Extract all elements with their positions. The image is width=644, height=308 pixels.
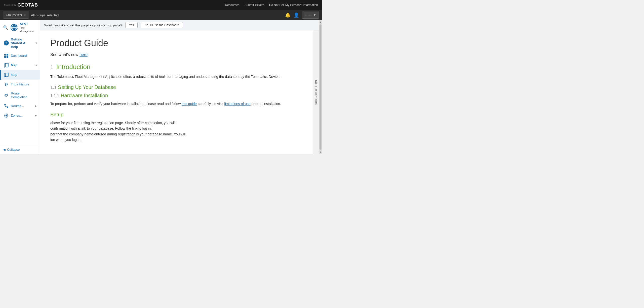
doc-hardware-number: 1.1.1 <box>50 94 59 98</box>
svg-rect-7 <box>7 56 8 58</box>
svg-point-15 <box>6 83 7 84</box>
map-label: Map <box>11 73 37 77</box>
sidebar-item-zones[interactable]: Zones... ▶ Zones Import Zones Zone Visit… <box>0 111 40 120</box>
zones-icon <box>4 113 9 118</box>
svg-point-18 <box>4 104 6 106</box>
groups-filter-button[interactable]: Groups filter ▼ <box>3 12 29 19</box>
sidebar-item-routes[interactable]: Routes... ▶ <box>0 101 40 111</box>
doc-hardware-title: Hardware Installation <box>61 93 108 98</box>
yes-button[interactable]: Yes <box>125 22 138 28</box>
zones-label: Zones... <box>11 114 33 117</box>
svg-point-17 <box>5 95 6 96</box>
svg-point-21 <box>6 115 7 116</box>
doc-setup2-text2: confirmation with a link to your databas… <box>50 126 152 130</box>
sidebar-collapse-button[interactable]: ◀ Collapse <box>0 145 40 154</box>
username-text: ········ <box>305 13 312 17</box>
doc-subtitle-text: See what's new <box>50 53 78 57</box>
collapse-arrow-icon: ◀ <box>3 148 6 151</box>
all-groups-text: All groups selected <box>31 13 59 17</box>
dashboard-icon <box>4 53 9 58</box>
svg-rect-6 <box>4 56 6 58</box>
notification-icon[interactable]: 🔔 <box>285 12 291 18</box>
doc-intro-heading: 1 Introduction <box>50 63 309 71</box>
routes-arrow-icon: ▶ <box>35 105 37 107</box>
do-not-sell-link[interactable]: Do Not Sell My Personal Information <box>269 3 318 7</box>
map-section-icon <box>4 63 9 68</box>
route-completion-label: Route Completion <box>11 91 37 99</box>
toc-bar[interactable]: Table of contents <box>313 30 319 154</box>
collapse-label: Collapse <box>7 148 20 151</box>
sidebar-item-getting-started[interactable]: ? Getting Started & Help ∨ <box>0 35 40 51</box>
sidebar-item-dashboard[interactable]: Dashboard <box>0 51 40 61</box>
doc-setup2-body: abase for your fleet using the registrat… <box>50 120 309 143</box>
limitations-link[interactable]: limitations of use <box>224 102 251 106</box>
doc-hardware-heading: 1.1.1 Hardware Installation <box>50 93 309 98</box>
doc-hardware-text1: To prepare for, perform and verify your … <box>50 102 181 106</box>
scrollbar[interactable]: ▲ ▼ <box>319 20 322 154</box>
top-nav: Resources Submit Tickets Do Not Sell My … <box>225 3 318 7</box>
dashboard-label: Dashboard <box>11 54 37 58</box>
routes-icon <box>4 104 9 109</box>
doc-hardware-text4: prior to installation. <box>252 102 281 106</box>
resources-link[interactable]: Resources <box>225 3 239 7</box>
company-info: AT&T Fleet Management <box>20 22 37 33</box>
doc-area: Product Guide See what's new here. 1 Int… <box>40 30 319 154</box>
doc-intro-body: The Telematics Fleet Management Applicat… <box>50 74 309 79</box>
scroll-down-icon[interactable]: ▼ <box>319 151 322 153</box>
sidebar-item-map-section[interactable]: Map ∧ <box>0 61 40 70</box>
doc-hardware-text2: carefully. <box>198 102 212 106</box>
startup-bar: Would you like to set this page as your … <box>40 20 319 30</box>
svg-rect-5 <box>7 54 8 56</box>
scroll-up-icon[interactable]: ▲ <box>319 21 322 23</box>
trips-history-label: Trips History <box>11 82 37 86</box>
doc-setup-title: Setting Up Your Database <box>58 84 116 90</box>
doc-setup-heading: 1.1 Setting Up Your Database <box>50 84 309 90</box>
doc-setup2-text4: ion when you log in. <box>50 138 82 142</box>
search-button[interactable]: 🔍 <box>3 24 9 31</box>
zones-arrow-icon: ▶ <box>35 114 37 117</box>
this-guide-link[interactable]: this guide <box>182 102 197 106</box>
doc-title: Product Guide <box>50 38 309 48</box>
getting-started-icon: ? <box>4 40 9 45</box>
doc-hardware-body: To prepare for, perform and verify your … <box>50 101 309 107</box>
powered-by-text: Powered by <box>4 4 16 7</box>
trips-history-icon <box>4 82 9 87</box>
att-logo-icon <box>10 23 18 31</box>
sidebar-item-route-completion[interactable]: Route Completion <box>0 89 40 101</box>
scroll-thumb[interactable] <box>319 24 321 150</box>
geotab-logo-text: GEOTAB <box>18 3 38 8</box>
sidebar-item-trips-history[interactable]: Trips History <box>0 80 40 89</box>
route-completion-icon <box>4 93 9 98</box>
sidebar-header: 🔍 AT&T Fleet Management <box>0 20 40 35</box>
sidebar-item-map[interactable]: Map <box>0 70 40 80</box>
topbar-right-icons: 🔔 👤 ········ ▼ <box>285 12 319 19</box>
sidebar: 🔍 AT&T Fleet Management ? Getting Starte… <box>0 20 40 154</box>
submit-tickets-link[interactable]: Submit Tickets <box>245 3 264 7</box>
svg-rect-4 <box>4 54 6 56</box>
doc-intro-title: Introduction <box>56 63 90 71</box>
getting-started-expand-icon: ∨ <box>35 42 37 44</box>
top-bar: Powered by GEOTAB Resources Submit Ticke… <box>0 0 322 10</box>
groups-bar: Groups filter ▼ All groups selected 🔔 👤 … <box>0 10 322 20</box>
svg-marker-8 <box>4 63 8 67</box>
logo-area: Powered by GEOTAB <box>4 3 38 8</box>
user-icon[interactable]: 👤 <box>294 12 299 18</box>
getting-started-label: Getting Started & Help <box>11 37 33 49</box>
content-area: Would you like to set this page as your … <box>40 20 319 154</box>
doc-subtitle: See what's new here. <box>50 53 309 57</box>
map-section-expand-icon: ∧ <box>35 64 37 67</box>
doc-setup2-heading: Setup <box>50 112 309 118</box>
groups-filter-label: Groups filter <box>6 13 22 17</box>
doc-setup-number: 1.1 <box>50 85 57 90</box>
doc-intro-number: 1 <box>50 64 53 70</box>
user-dropdown-arrow: ▼ <box>313 13 316 17</box>
svg-marker-11 <box>4 73 8 77</box>
user-menu-button[interactable]: ········ ▼ <box>302 12 319 19</box>
doc-subtitle-link[interactable]: here <box>79 53 88 57</box>
sidebar-nav: ? Getting Started & Help ∨ Dashboard Map… <box>0 35 40 145</box>
main-layout: 🔍 AT&T Fleet Management ? Getting Starte… <box>0 20 322 154</box>
doc-setup2-title: Setup <box>50 112 63 117</box>
company-name: AT&T <box>20 22 37 26</box>
company-sub: Fleet Management <box>20 26 37 33</box>
no-dashboard-button[interactable]: No, I'll use the Dashboard <box>141 22 183 28</box>
